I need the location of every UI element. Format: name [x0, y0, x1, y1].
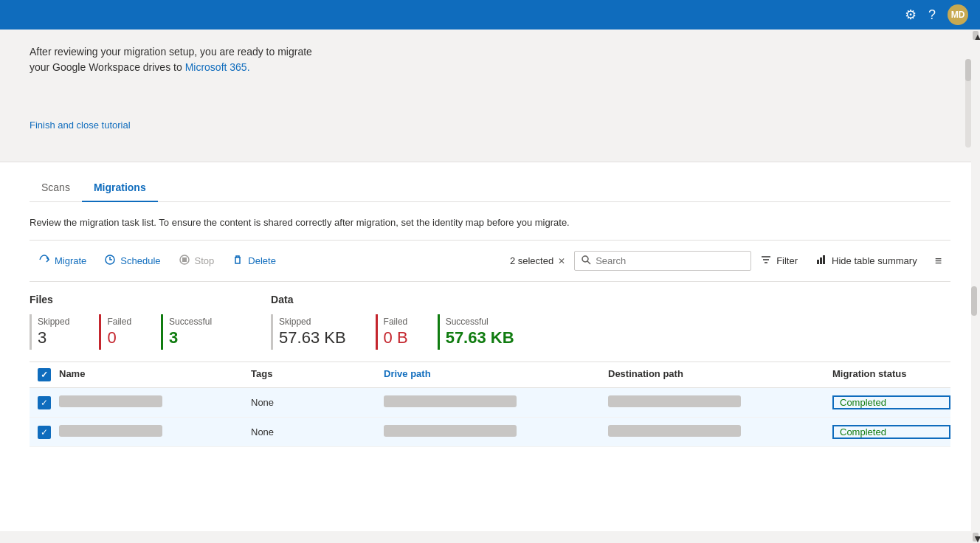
row2-checkbox[interactable]: ✓ [38, 426, 51, 439]
scroll-down-arrow[interactable]: ▼ [973, 533, 979, 542]
stat-item: Failed 0 B [384, 317, 408, 347]
more-options-button[interactable]: ≡ [926, 250, 950, 272]
files-successful: Successful 3 [161, 314, 212, 350]
row2-name-blurred [59, 425, 162, 437]
main-content: Scans Migrations Review the migration ta… [0, 162, 980, 531]
top-bar: ⚙ ? MD [0, 0, 980, 30]
stat-item: Skipped 57.63 KB [279, 317, 346, 347]
toolbar: Migrate Schedule Stop [30, 241, 950, 282]
schedule-button[interactable]: Schedule [95, 249, 169, 272]
scroll-up-arrow[interactable]: ▲ [973, 31, 979, 40]
row1-checkbox[interactable]: ✓ [38, 396, 51, 409]
selected-count: 2 selected ✕ [510, 255, 565, 266]
dest-path-header: Destination path [608, 368, 832, 381]
drive-path-header: Drive path [384, 368, 608, 381]
svg-rect-5 [820, 257, 822, 264]
files-failed: Failed 0 [99, 314, 131, 350]
svg-rect-4 [817, 260, 819, 264]
data-skipped: Skipped 57.63 KB [271, 314, 346, 350]
svg-rect-2 [182, 257, 187, 262]
row1-name [59, 395, 251, 409]
tutorial-description: After reviewing your migration setup, yo… [30, 44, 472, 75]
row1-checkbox-cell[interactable]: ✓ [30, 396, 59, 409]
stat-item: Successful 57.63 KB [446, 317, 514, 347]
migrations-table: ✓ Name Tags Drive path Destination path … [30, 362, 950, 447]
svg-rect-6 [823, 255, 825, 264]
stop-button[interactable]: Stop [170, 249, 224, 272]
search-box [574, 251, 751, 271]
status-header: Migration status [832, 368, 950, 381]
data-skipped-bar [271, 314, 273, 350]
page-scrollbar[interactable]: ▲ ▼ [971, 30, 980, 543]
microsoft365-link[interactable]: Microsoft 365. [185, 61, 250, 73]
summary-section: Files Skipped 3 Failed 0 [30, 282, 950, 362]
hide-summary-button[interactable]: Hide table summary [807, 249, 926, 272]
svg-point-3 [582, 256, 588, 262]
row1-status-cell: Completed [832, 395, 950, 409]
migrate-button[interactable]: Migrate [30, 249, 95, 272]
data-title: Data [271, 294, 514, 305]
row2-status: Completed [840, 426, 886, 437]
filter-icon [760, 254, 772, 268]
search-input[interactable] [596, 255, 745, 266]
data-successful-bar [438, 314, 440, 350]
row1-dest-path [608, 395, 832, 409]
successful-bar [161, 314, 163, 350]
chart-icon [815, 254, 827, 268]
stop-icon [179, 254, 190, 268]
stat-item: Successful 3 [169, 317, 212, 347]
files-title: Files [30, 294, 212, 305]
table-header-row: ✓ Name Tags Drive path Destination path … [30, 362, 950, 388]
row2-dest-blurred [608, 425, 741, 437]
row2-checkbox-cell[interactable]: ✓ [30, 426, 59, 439]
row2-tags: None [251, 426, 384, 437]
data-stats: Skipped 57.63 KB Failed 0 B Successful [271, 314, 514, 350]
row1-drive-path [384, 395, 608, 409]
tutorial-panel: After reviewing your migration setup, yo… [0, 30, 980, 162]
data-successful: Successful 57.63 KB [438, 314, 514, 350]
table-row: ✓ None Completed [30, 388, 950, 418]
stat-item: Failed 0 [107, 317, 131, 347]
tabs-container: Scans Migrations [30, 162, 950, 202]
row2-drive-path [384, 425, 608, 439]
files-summary: Files Skipped 3 Failed 0 [30, 294, 212, 350]
filter-button[interactable]: Filter [751, 249, 807, 272]
tab-scans[interactable]: Scans [30, 174, 82, 202]
select-all-checkbox[interactable]: ✓ [38, 368, 51, 381]
failed-bar [99, 314, 101, 350]
user-avatar[interactable]: MD [948, 4, 968, 25]
scrollbar-track [971, 40, 980, 533]
finish-tutorial-link[interactable]: Finish and close tutorial [30, 120, 131, 131]
row1-status: Completed [840, 397, 886, 408]
scroll-indicator [965, 59, 971, 148]
row2-name [59, 425, 251, 439]
row2-status-cell: Completed [832, 425, 950, 439]
tab-migrations[interactable]: Migrations [82, 174, 158, 202]
data-summary: Data Skipped 57.63 KB Failed 0 B [271, 294, 514, 350]
settings-icon[interactable]: ⚙ [905, 7, 917, 23]
stat-item: Skipped 3 [38, 317, 69, 347]
skipped-bar [30, 314, 32, 350]
clear-selection-button[interactable]: ✕ [558, 256, 565, 266]
page-description: Review the migration task list. To ensur… [30, 202, 950, 241]
row1-name-blurred [59, 395, 162, 407]
migrate-icon [38, 254, 50, 268]
delete-icon [232, 254, 244, 268]
delete-button[interactable]: Delete [223, 249, 285, 272]
search-icon [581, 255, 591, 267]
scroll-thumb [965, 59, 971, 81]
help-icon[interactable]: ? [928, 7, 936, 23]
scrollbar-thumb[interactable] [971, 286, 977, 316]
files-stats: Skipped 3 Failed 0 Successful 3 [30, 314, 212, 350]
data-failed-bar [376, 314, 378, 350]
row2-drive-blurred [384, 425, 517, 437]
row2-dest-path [608, 425, 832, 439]
row1-drive-blurred [384, 395, 517, 407]
table-row: ✓ None Completed [30, 418, 950, 447]
tags-header: Tags [251, 368, 384, 381]
files-skipped: Skipped 3 [30, 314, 69, 350]
name-header: Name [59, 368, 251, 381]
schedule-icon [104, 254, 116, 268]
header-checkbox-cell[interactable]: ✓ [30, 368, 59, 381]
row1-dest-blurred [608, 395, 741, 407]
